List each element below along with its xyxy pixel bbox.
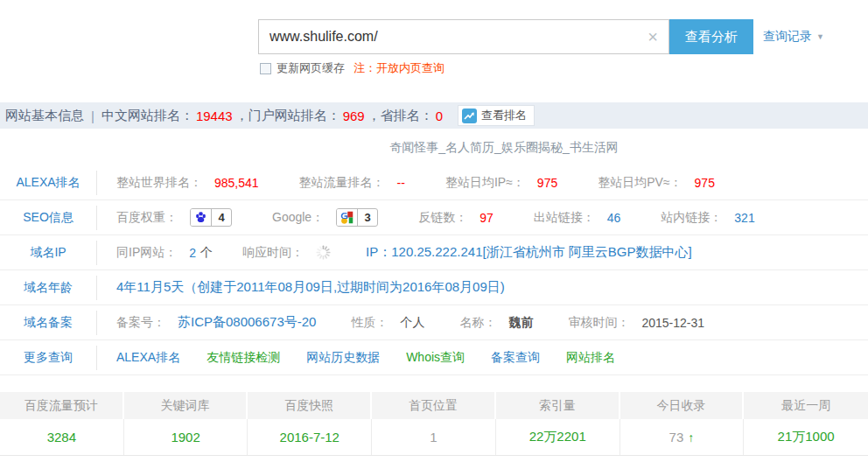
outbound-links-label: 出站链接： <box>534 210 595 226</box>
last-week-value[interactable]: 21万1000 <box>778 429 835 445</box>
backlinks-label: 反链数： <box>418 210 467 226</box>
trend-chart-icon <box>462 108 477 123</box>
backlinks-value: 97 <box>480 211 494 225</box>
search-input[interactable] <box>259 20 637 53</box>
header-home-position: 首页位置 <box>372 392 496 419</box>
header-today-included: 今日收录 <box>620 392 745 419</box>
header-last-week: 最近一周 <box>744 392 868 419</box>
stats-value-row: 3284 1902 2016-7-12 1 22万2201 73 ↑ 21万10… <box>0 419 868 456</box>
view-rank-button-label: 查看排名 <box>481 108 527 123</box>
header-baidu-snapshot: 百度快照 <box>248 392 372 419</box>
link-icp-query[interactable]: 备案查询 <box>491 350 540 366</box>
row-icp-label: 域名备案 <box>0 315 96 331</box>
icp-nature-label: 性质： <box>351 315 388 331</box>
header-baidu-traffic: 百度流量预计 <box>0 392 124 419</box>
portal-rank-label: ，门户网站排名： <box>235 108 340 124</box>
summary-divider: | <box>84 108 102 123</box>
world-rank-value: 985,541 <box>214 176 259 190</box>
index-count-value[interactable]: 22万2201 <box>529 429 586 445</box>
summary-bar: 网站基本信息 | 中文网站排名： 19443 ，门户网站排名： 969 ，省排名… <box>0 102 868 129</box>
icp-name-value: 魏前 <box>508 315 533 331</box>
snapshot-value[interactable]: 2016-7-12 <box>280 430 340 444</box>
cn-rank-value: 19443 <box>193 108 235 123</box>
loading-spinner-icon <box>316 245 331 260</box>
summary-title: 网站基本信息 <box>5 108 84 124</box>
link-alexa-rank[interactable]: ALEXA排名 <box>116 350 180 366</box>
response-time-label: 响应时间： <box>242 245 304 261</box>
baidu-traffic-value[interactable]: 3284 <box>47 430 76 444</box>
up-arrow-icon: ↑ <box>688 430 694 444</box>
baidu-weight-value: 4 <box>212 209 231 226</box>
link-site-history[interactable]: 网站历史数据 <box>306 350 380 366</box>
today-included-value: 73 <box>669 430 684 444</box>
google-icon <box>337 209 358 226</box>
baidu-weight-label: 百度权重： <box>116 210 178 226</box>
icp-name-label: 名称： <box>459 315 496 331</box>
google-pr-label: Google： <box>272 210 324 226</box>
site-title: 奇闻怪事_名人简历_娱乐圈揭秘_书生活网 <box>0 129 868 165</box>
home-position-value: 1 <box>430 430 437 444</box>
link-site-rank[interactable]: 网站排名 <box>566 350 615 366</box>
traffic-rank-label: 整站流量排名： <box>299 175 385 191</box>
icp-number-label: 备案号： <box>116 315 165 331</box>
link-whois-query[interactable]: Whois查询 <box>406 350 465 366</box>
cache-checkbox[interactable] <box>260 63 271 74</box>
icp-nature-value: 个人 <box>400 315 424 331</box>
analyze-button[interactable]: 查看分析 <box>669 19 753 54</box>
internal-links-label: 站内链接： <box>661 210 722 226</box>
cn-rank-label: 中文网站排名： <box>102 108 193 124</box>
row-seo: SEO信息 百度权重： 4 <box>0 200 868 235</box>
ip-address-link[interactable]: IP：120.25.222.241[浙江省杭州市 阿里云BGP数据中心] <box>366 244 692 261</box>
row-more-queries-label: 更多查询 <box>0 350 96 366</box>
daily-ip-value: 975 <box>537 176 557 190</box>
internal-links-value[interactable]: 321 <box>734 211 754 225</box>
history-link[interactable]: 查询记录 ▼ <box>763 29 824 45</box>
row-more-queries: 更多查询 ALEXA排名 友情链接检测 网站历史数据 Whois查询 备案查询 … <box>0 340 868 375</box>
row-icp: 域名备案 备案号：苏ICP备08006673号-20 性质：个人 名称：魏前 审… <box>0 305 868 340</box>
search-box: × <box>258 19 669 54</box>
info-table: ALEXA排名 整站世界排名：985,541 整站流量排名：-- 整站日均IP≈… <box>0 165 868 375</box>
same-ip-sites-value[interactable]: 2 <box>189 246 196 260</box>
row-domain-ip-label: 域名IP <box>0 245 96 261</box>
row-domain-age-label: 域名年龄 <box>0 280 96 296</box>
prov-rank-value: 0 <box>433 108 445 123</box>
clear-icon[interactable]: × <box>637 20 668 53</box>
row-alexa: ALEXA排名 整站世界排名：985,541 整站流量排名：-- 整站日均IP≈… <box>0 165 868 200</box>
history-link-label: 查询记录 <box>763 29 812 45</box>
keywords-value[interactable]: 1902 <box>171 430 200 444</box>
cache-option-row: 更新网页缓存 注：开放内页查询 <box>260 60 444 76</box>
row-domain-age: 域名年龄 4年11月5天（创建于2011年08月09日,过期时间为2016年08… <box>0 270 868 305</box>
daily-pv-label: 整站日均PV≈： <box>598 175 682 191</box>
chevron-down-icon: ▼ <box>816 32 824 41</box>
portal-rank-value: 969 <box>340 108 368 123</box>
link-friend-link-check[interactable]: 友情链接检测 <box>206 350 280 366</box>
row-domain-ip: 域名IP 同IP网站： 2 个 响应时间： <box>0 235 868 270</box>
header-index-count: 索引量 <box>496 392 620 419</box>
baidu-paw-icon <box>191 209 212 226</box>
search-section: × 查看分析 查询记录 ▼ 更新网页缓存 注：开放内页查询 <box>0 0 868 102</box>
domain-age-text: 4年11月5天（创建于2011年08月09日,过期时间为2016年08月09日) <box>116 279 505 296</box>
cache-checkbox-label: 更新网页缓存 <box>276 60 345 76</box>
google-pr-badge[interactable]: 3 <box>336 208 378 227</box>
row-alexa-label: ALEXA排名 <box>0 175 96 191</box>
inner-page-note: 注：开放内页查询 <box>354 60 444 76</box>
daily-ip-label: 整站日均IP≈： <box>445 175 525 191</box>
prov-rank-label: ，省排名： <box>368 108 433 124</box>
icp-audit-value: 2015-12-31 <box>641 316 704 330</box>
same-ip-sites-unit: 个 <box>200 245 213 261</box>
icp-audit-label: 审核时间： <box>568 315 629 331</box>
traffic-rank-value: -- <box>397 176 405 190</box>
world-rank-label: 整站世界排名： <box>116 175 202 191</box>
header-keywords: 关键词库 <box>124 392 248 419</box>
stats-table: 百度流量预计 关键词库 百度快照 首页位置 索引量 今日收录 最近一周 3284… <box>0 392 868 456</box>
stats-header-row: 百度流量预计 关键词库 百度快照 首页位置 索引量 今日收录 最近一周 <box>0 392 868 419</box>
outbound-links-value[interactable]: 46 <box>607 211 621 225</box>
row-seo-label: SEO信息 <box>0 210 96 226</box>
icp-number-value[interactable]: 苏ICP备08006673号-20 <box>178 314 316 331</box>
same-ip-sites-label: 同IP网站： <box>116 245 177 261</box>
daily-pv-value: 975 <box>695 176 715 190</box>
baidu-weight-badge[interactable]: 4 <box>190 208 232 227</box>
view-rank-button[interactable]: 查看排名 <box>458 105 535 126</box>
google-pr-value: 3 <box>358 209 377 226</box>
